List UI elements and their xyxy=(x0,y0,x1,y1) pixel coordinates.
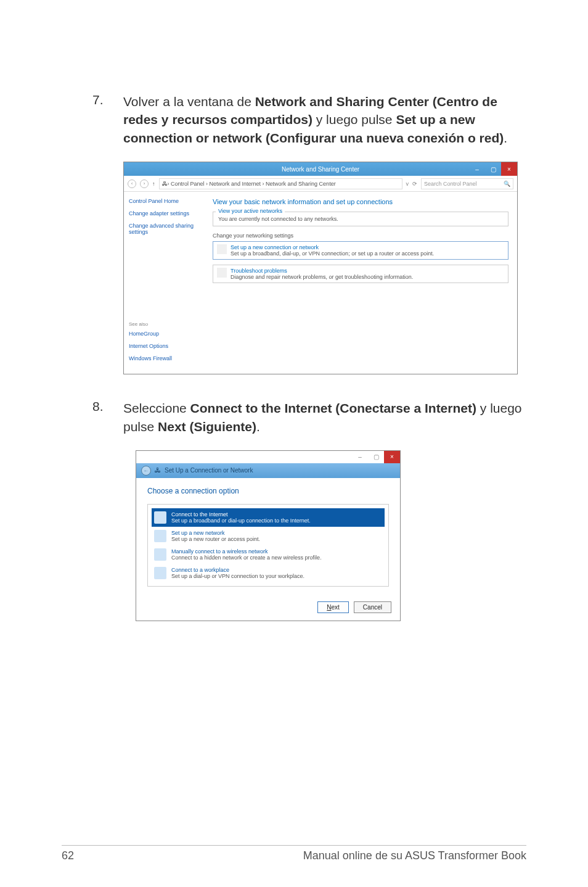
wizard-body: Choose a connection option Connect to th… xyxy=(136,478,400,595)
sidebar: Control Panel Home Change adapter settin… xyxy=(124,192,204,374)
sidebar-item-firewall[interactable]: Windows Firewall xyxy=(129,355,199,361)
maximize-button[interactable]: ▢ xyxy=(485,162,501,176)
step-7: 7. Volver a la ventana de Network and Sh… xyxy=(92,93,526,147)
main-heading: View your basic network information and … xyxy=(213,198,508,205)
maximize-button[interactable]: ▢ xyxy=(368,451,384,463)
window-titlebar: – ▢ × xyxy=(136,451,400,463)
option-setup-network[interactable]: Set up a new network Set up a new router… xyxy=(152,527,385,545)
search-icon: 🔍 xyxy=(504,181,510,187)
option-title: Set up a new network xyxy=(171,530,260,536)
bold-fragment: Next (Siguiente) xyxy=(158,419,256,434)
sidebar-item-advanced[interactable]: Change advanced sharing settings xyxy=(129,223,199,235)
minimize-button[interactable]: – xyxy=(352,451,368,463)
footer-text: Manual online de su ASUS Transformer Boo… xyxy=(303,849,526,862)
step-number: 8. xyxy=(92,399,123,435)
see-also-label: See also xyxy=(129,321,199,327)
up-icon[interactable]: ↑ xyxy=(152,181,155,187)
wizard-title: Set Up a Connection or Network xyxy=(165,467,253,474)
text-fragment: . xyxy=(256,419,260,434)
wizard-header: ← 🖧 Set Up a Connection or Network xyxy=(136,463,400,478)
main-panel: View your basic network information and … xyxy=(204,192,517,374)
cancel-button[interactable]: Cancel xyxy=(354,601,391,613)
wizard-footer: Next Cancel xyxy=(136,595,400,621)
bold-fragment: Connect to the Internet (Conectarse a In… xyxy=(190,401,476,415)
close-button[interactable]: × xyxy=(384,451,400,463)
step-8: 8. Seleccione Connect to the Internet (C… xyxy=(92,399,526,435)
mnemonic: N xyxy=(327,604,331,611)
group-legend: View your active networks xyxy=(216,208,285,214)
option-connect-internet[interactable]: Connect to the Internet Set up a broadba… xyxy=(152,508,385,527)
address-bar: ‹ › ↑ 🖧 › Control Panel › Network and In… xyxy=(124,176,517,192)
network-icon: 🖧 xyxy=(162,181,168,187)
wireless-icon xyxy=(154,548,166,561)
option-desc: Connect to a hidden network or create a … xyxy=(171,555,322,561)
window-buttons: – ▢ × xyxy=(352,451,400,463)
breadcrumb-path[interactable]: 🖧 › Control Panel › Network and Internet… xyxy=(159,178,402,189)
option-desc: Set up a dial-up or VPN connection to yo… xyxy=(171,573,304,579)
network-icon: 🖧 xyxy=(155,467,161,474)
option-title: Manually connect to a wireless network xyxy=(171,548,322,555)
window-title: Network and Sharing Center xyxy=(282,166,359,173)
connection-options-list: Connect to the Internet Set up a broadba… xyxy=(147,504,389,587)
minimize-button[interactable]: – xyxy=(469,162,485,176)
globe-icon xyxy=(154,511,166,524)
refresh-icon[interactable]: ⟳ xyxy=(412,181,417,187)
change-networking-label: Change your networking settings xyxy=(213,233,508,239)
screenshot-network-sharing-center: Network and Sharing Center – ▢ × ‹ › ↑ 🖧… xyxy=(123,162,518,374)
option-connect-workplace[interactable]: Connect to a workplace Set up a dial-up … xyxy=(152,564,385,582)
no-networks-message: You are currently not connected to any n… xyxy=(218,216,338,222)
page-number: 62 xyxy=(62,849,74,862)
option-desc: Set up a new router or access point. xyxy=(171,536,260,542)
next-button[interactable]: Next xyxy=(317,601,349,613)
action-title: Set up a new connection or network xyxy=(231,244,434,250)
sidebar-item-homegroup[interactable]: HomeGroup xyxy=(129,331,199,337)
step-text: Seleccione Connect to the Internet (Cone… xyxy=(123,399,526,435)
action-title: Troubleshoot problems xyxy=(231,268,413,274)
step-text: Volver a la ventana de Network and Shari… xyxy=(123,93,526,147)
screenshot-setup-connection-wizard: – ▢ × ← 🖧 Set Up a Connection or Network… xyxy=(136,450,401,621)
active-networks-group: View your active networks You are curren… xyxy=(213,212,508,226)
action-desc: Set up a broadband, dial-up, or VPN conn… xyxy=(231,250,434,257)
option-title: Connect to the Internet xyxy=(171,511,311,518)
wizard-instruction: Choose a connection option xyxy=(147,487,389,495)
step-number: 7. xyxy=(92,93,123,147)
search-input[interactable]: Search Control Panel 🔍 xyxy=(421,178,513,189)
text-fragment: Volver a la ventana de xyxy=(123,94,255,109)
window-buttons: – ▢ × xyxy=(469,162,517,176)
sidebar-item-adapter[interactable]: Change adapter settings xyxy=(129,210,199,217)
troubleshoot-icon xyxy=(217,268,227,278)
breadcrumb-text: › Control Panel › Network and Internet ›… xyxy=(168,181,336,187)
window-titlebar: Network and Sharing Center – ▢ × xyxy=(124,162,517,176)
option-title: Connect to a workplace xyxy=(171,567,304,573)
button-label-rest: ext xyxy=(332,604,340,611)
troubleshoot-action[interactable]: Troubleshoot problems Diagnose and repai… xyxy=(213,265,508,283)
setup-connection-action[interactable]: Set up a new connection or network Set u… xyxy=(213,241,508,260)
router-icon xyxy=(154,530,166,542)
option-manual-wireless[interactable]: Manually connect to a wireless network C… xyxy=(152,545,385,564)
setup-connection-icon xyxy=(217,244,227,254)
sidebar-item-home[interactable]: Control Panel Home xyxy=(129,198,199,204)
workplace-icon xyxy=(154,567,166,579)
close-button[interactable]: × xyxy=(501,162,517,176)
action-desc: Diagnose and repair network problems, or… xyxy=(231,274,413,280)
sidebar-item-internet-options[interactable]: Internet Options xyxy=(129,343,199,349)
page-footer: 62 Manual online de su ASUS Transformer … xyxy=(62,845,526,862)
search-placeholder: Search Control Panel xyxy=(424,181,477,187)
forward-icon[interactable]: › xyxy=(140,179,149,188)
back-icon[interactable]: ‹ xyxy=(128,179,136,188)
option-desc: Set up a broadband or dial-up connection… xyxy=(171,518,311,524)
refresh-icon[interactable]: v xyxy=(406,181,409,187)
text-fragment: . xyxy=(504,131,507,145)
text-fragment: y luego pulse xyxy=(312,112,396,126)
text-fragment: Seleccione xyxy=(123,401,190,415)
back-button[interactable]: ← xyxy=(141,466,151,476)
